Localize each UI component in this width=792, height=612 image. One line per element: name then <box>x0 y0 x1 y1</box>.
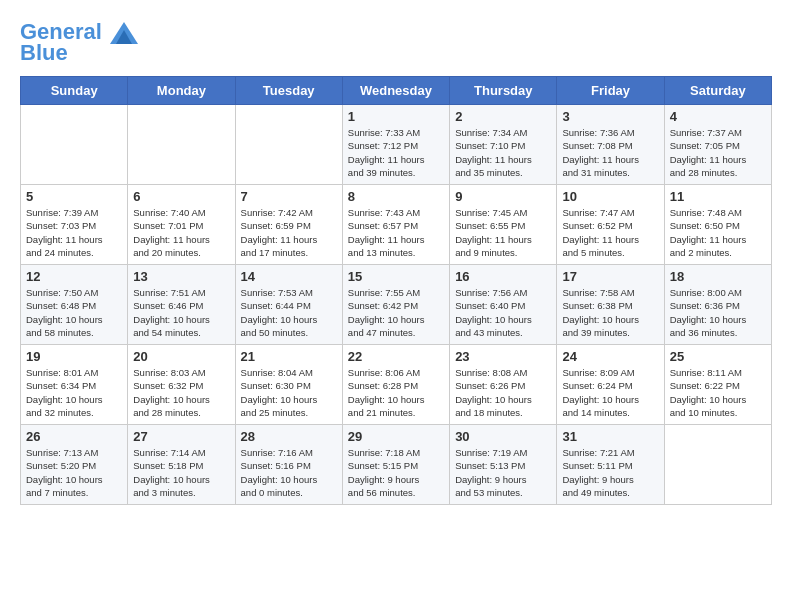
calendar-day-cell: 7Sunrise: 7:42 AM Sunset: 6:59 PM Daylig… <box>235 185 342 265</box>
day-number: 4 <box>670 109 766 124</box>
calendar-week-row: 12Sunrise: 7:50 AM Sunset: 6:48 PM Dayli… <box>21 265 772 345</box>
day-info: Sunrise: 7:14 AM Sunset: 5:18 PM Dayligh… <box>133 446 229 499</box>
calendar-day-cell: 26Sunrise: 7:13 AM Sunset: 5:20 PM Dayli… <box>21 425 128 505</box>
calendar-day-cell: 24Sunrise: 8:09 AM Sunset: 6:24 PM Dayli… <box>557 345 664 425</box>
day-of-week-header: Tuesday <box>235 77 342 105</box>
day-info: Sunrise: 7:50 AM Sunset: 6:48 PM Dayligh… <box>26 286 122 339</box>
calendar-day-cell: 14Sunrise: 7:53 AM Sunset: 6:44 PM Dayli… <box>235 265 342 345</box>
day-number: 5 <box>26 189 122 204</box>
day-number: 21 <box>241 349 337 364</box>
day-of-week-header: Friday <box>557 77 664 105</box>
calendar-day-cell: 22Sunrise: 8:06 AM Sunset: 6:28 PM Dayli… <box>342 345 449 425</box>
calendar-week-row: 26Sunrise: 7:13 AM Sunset: 5:20 PM Dayli… <box>21 425 772 505</box>
calendar-week-row: 19Sunrise: 8:01 AM Sunset: 6:34 PM Dayli… <box>21 345 772 425</box>
calendar-day-cell: 3Sunrise: 7:36 AM Sunset: 7:08 PM Daylig… <box>557 105 664 185</box>
calendar-day-cell: 28Sunrise: 7:16 AM Sunset: 5:16 PM Dayli… <box>235 425 342 505</box>
day-of-week-header: Wednesday <box>342 77 449 105</box>
day-info: Sunrise: 7:21 AM Sunset: 5:11 PM Dayligh… <box>562 446 658 499</box>
day-number: 13 <box>133 269 229 284</box>
day-info: Sunrise: 7:36 AM Sunset: 7:08 PM Dayligh… <box>562 126 658 179</box>
calendar-day-cell: 5Sunrise: 7:39 AM Sunset: 7:03 PM Daylig… <box>21 185 128 265</box>
calendar-day-cell: 11Sunrise: 7:48 AM Sunset: 6:50 PM Dayli… <box>664 185 771 265</box>
day-info: Sunrise: 7:33 AM Sunset: 7:12 PM Dayligh… <box>348 126 444 179</box>
day-number: 9 <box>455 189 551 204</box>
calendar-day-cell: 31Sunrise: 7:21 AM Sunset: 5:11 PM Dayli… <box>557 425 664 505</box>
day-number: 28 <box>241 429 337 444</box>
calendar-day-cell: 16Sunrise: 7:56 AM Sunset: 6:40 PM Dayli… <box>450 265 557 345</box>
calendar-day-cell: 12Sunrise: 7:50 AM Sunset: 6:48 PM Dayli… <box>21 265 128 345</box>
calendar-day-cell: 15Sunrise: 7:55 AM Sunset: 6:42 PM Dayli… <box>342 265 449 345</box>
day-number: 15 <box>348 269 444 284</box>
day-info: Sunrise: 8:00 AM Sunset: 6:36 PM Dayligh… <box>670 286 766 339</box>
day-of-week-header: Thursday <box>450 77 557 105</box>
day-info: Sunrise: 7:43 AM Sunset: 6:57 PM Dayligh… <box>348 206 444 259</box>
calendar-day-cell: 27Sunrise: 7:14 AM Sunset: 5:18 PM Dayli… <box>128 425 235 505</box>
page-header: General Blue <box>20 20 772 66</box>
day-info: Sunrise: 7:16 AM Sunset: 5:16 PM Dayligh… <box>241 446 337 499</box>
day-info: Sunrise: 8:04 AM Sunset: 6:30 PM Dayligh… <box>241 366 337 419</box>
day-number: 29 <box>348 429 444 444</box>
day-info: Sunrise: 7:42 AM Sunset: 6:59 PM Dayligh… <box>241 206 337 259</box>
day-info: Sunrise: 8:01 AM Sunset: 6:34 PM Dayligh… <box>26 366 122 419</box>
day-info: Sunrise: 7:51 AM Sunset: 6:46 PM Dayligh… <box>133 286 229 339</box>
day-number: 31 <box>562 429 658 444</box>
calendar-day-cell: 19Sunrise: 8:01 AM Sunset: 6:34 PM Dayli… <box>21 345 128 425</box>
day-info: Sunrise: 8:08 AM Sunset: 6:26 PM Dayligh… <box>455 366 551 419</box>
day-info: Sunrise: 7:55 AM Sunset: 6:42 PM Dayligh… <box>348 286 444 339</box>
calendar-day-cell: 18Sunrise: 8:00 AM Sunset: 6:36 PM Dayli… <box>664 265 771 345</box>
calendar-day-cell: 10Sunrise: 7:47 AM Sunset: 6:52 PM Dayli… <box>557 185 664 265</box>
calendar-day-cell: 1Sunrise: 7:33 AM Sunset: 7:12 PM Daylig… <box>342 105 449 185</box>
calendar-day-cell: 29Sunrise: 7:18 AM Sunset: 5:15 PM Dayli… <box>342 425 449 505</box>
day-number: 3 <box>562 109 658 124</box>
day-of-week-header: Sunday <box>21 77 128 105</box>
calendar-day-cell: 2Sunrise: 7:34 AM Sunset: 7:10 PM Daylig… <box>450 105 557 185</box>
day-info: Sunrise: 7:34 AM Sunset: 7:10 PM Dayligh… <box>455 126 551 179</box>
day-number: 7 <box>241 189 337 204</box>
day-number: 22 <box>348 349 444 364</box>
day-info: Sunrise: 7:48 AM Sunset: 6:50 PM Dayligh… <box>670 206 766 259</box>
day-number: 23 <box>455 349 551 364</box>
day-info: Sunrise: 8:03 AM Sunset: 6:32 PM Dayligh… <box>133 366 229 419</box>
calendar-day-cell <box>128 105 235 185</box>
day-number: 12 <box>26 269 122 284</box>
day-info: Sunrise: 7:45 AM Sunset: 6:55 PM Dayligh… <box>455 206 551 259</box>
day-info: Sunrise: 7:39 AM Sunset: 7:03 PM Dayligh… <box>26 206 122 259</box>
day-info: Sunrise: 7:13 AM Sunset: 5:20 PM Dayligh… <box>26 446 122 499</box>
day-number: 6 <box>133 189 229 204</box>
day-info: Sunrise: 7:37 AM Sunset: 7:05 PM Dayligh… <box>670 126 766 179</box>
day-number: 16 <box>455 269 551 284</box>
day-info: Sunrise: 7:58 AM Sunset: 6:38 PM Dayligh… <box>562 286 658 339</box>
calendar-day-cell: 8Sunrise: 7:43 AM Sunset: 6:57 PM Daylig… <box>342 185 449 265</box>
day-number: 19 <box>26 349 122 364</box>
day-number: 24 <box>562 349 658 364</box>
calendar-day-cell: 4Sunrise: 7:37 AM Sunset: 7:05 PM Daylig… <box>664 105 771 185</box>
day-of-week-header: Saturday <box>664 77 771 105</box>
calendar-day-cell: 21Sunrise: 8:04 AM Sunset: 6:30 PM Dayli… <box>235 345 342 425</box>
day-info: Sunrise: 7:47 AM Sunset: 6:52 PM Dayligh… <box>562 206 658 259</box>
calendar-header-row: SundayMondayTuesdayWednesdayThursdayFrid… <box>21 77 772 105</box>
calendar-day-cell <box>664 425 771 505</box>
day-number: 10 <box>562 189 658 204</box>
day-info: Sunrise: 7:19 AM Sunset: 5:13 PM Dayligh… <box>455 446 551 499</box>
day-info: Sunrise: 8:11 AM Sunset: 6:22 PM Dayligh… <box>670 366 766 419</box>
logo-icon <box>110 22 138 44</box>
day-number: 2 <box>455 109 551 124</box>
day-of-week-header: Monday <box>128 77 235 105</box>
logo: General Blue <box>20 20 138 66</box>
calendar-day-cell: 9Sunrise: 7:45 AM Sunset: 6:55 PM Daylig… <box>450 185 557 265</box>
day-info: Sunrise: 7:56 AM Sunset: 6:40 PM Dayligh… <box>455 286 551 339</box>
day-number: 17 <box>562 269 658 284</box>
day-number: 20 <box>133 349 229 364</box>
calendar-day-cell: 17Sunrise: 7:58 AM Sunset: 6:38 PM Dayli… <box>557 265 664 345</box>
day-number: 25 <box>670 349 766 364</box>
calendar-day-cell: 13Sunrise: 7:51 AM Sunset: 6:46 PM Dayli… <box>128 265 235 345</box>
day-info: Sunrise: 7:53 AM Sunset: 6:44 PM Dayligh… <box>241 286 337 339</box>
calendar-day-cell <box>235 105 342 185</box>
calendar-day-cell: 6Sunrise: 7:40 AM Sunset: 7:01 PM Daylig… <box>128 185 235 265</box>
calendar-day-cell: 20Sunrise: 8:03 AM Sunset: 6:32 PM Dayli… <box>128 345 235 425</box>
day-info: Sunrise: 8:09 AM Sunset: 6:24 PM Dayligh… <box>562 366 658 419</box>
calendar-day-cell: 25Sunrise: 8:11 AM Sunset: 6:22 PM Dayli… <box>664 345 771 425</box>
day-number: 14 <box>241 269 337 284</box>
day-number: 11 <box>670 189 766 204</box>
day-number: 27 <box>133 429 229 444</box>
